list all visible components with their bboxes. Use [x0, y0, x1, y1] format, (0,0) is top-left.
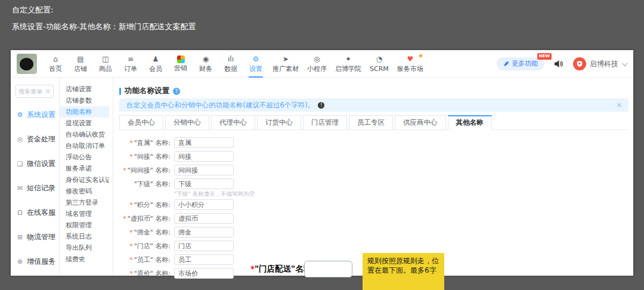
submenu-item-shop-settings[interactable]: 店铺设置	[60, 84, 109, 95]
sidebar-item-logistics[interactable]: ⊞ 物流管理	[11, 225, 59, 249]
field-label: *"门店" 名称:	[113, 242, 171, 251]
primary-sidebar-menu: ⚙ 系统设置 ◎ 资金处理 ❑ 微信设置 ✉ 短信记录 Ω 在线客服 ⊞ 物流管…	[11, 103, 59, 274]
close-icon[interactable]: ×	[616, 100, 623, 109]
submenu-item-feature-names[interactable]: 功能名称	[60, 106, 109, 118]
field-input[interactable]	[174, 268, 234, 279]
tab-other-names[interactable]: 其他名称	[448, 115, 492, 130]
nav-item-settings[interactable]: ⚙ 设置	[243, 50, 268, 78]
field-hint: "下级" 名称显示，不填写则为空	[174, 190, 633, 198]
submenu-item-floating-notice[interactable]: 浮动公告	[60, 152, 109, 163]
tab-member-center[interactable]: 会员中心	[119, 115, 163, 130]
announcement-speaker-icon[interactable]	[554, 60, 564, 68]
tab-staff-zone[interactable]: 员工专区	[349, 115, 393, 130]
sidebar-item-system-settings[interactable]: ⚙ 系统设置	[11, 103, 59, 127]
tab-agent-center[interactable]: 代理中心	[211, 115, 255, 130]
sidebar-item-sms-records[interactable]: ✉ 短信记录	[11, 176, 59, 200]
nav-item-store[interactable]: ▤ 店铺	[68, 50, 93, 78]
field-input[interactable]	[174, 137, 234, 148]
nav-item-label: SCRM	[370, 65, 389, 73]
more-features-button[interactable]: 更多功能 NEW	[497, 57, 544, 70]
new-badge: NEW	[537, 53, 552, 60]
submenu-item-system-log[interactable]: 系统日志	[60, 231, 109, 242]
sidebar-item-icon: ⊞	[16, 233, 24, 241]
nav-item-label: 订单	[124, 65, 137, 73]
tab-supplier-center[interactable]: 供应商中心	[395, 115, 446, 130]
submenu-item-service-promise[interactable]: 服务承诺	[60, 163, 109, 174]
nav-item-data[interactable]: ılı 数据	[218, 50, 243, 78]
submenu-item-third-party-login[interactable]: 第三方登录	[60, 197, 109, 208]
submenu-item-permission-management[interactable]: 权限管理	[60, 220, 109, 231]
submenu-item-auto-cancel-order[interactable]: 自动取消订单	[60, 140, 109, 152]
submenu-item-change-password[interactable]: 修改密码	[60, 186, 109, 197]
submenu-item-renewal-history[interactable]: 续费史	[60, 254, 109, 265]
nav-icon: ◔	[376, 55, 382, 64]
submenu-item-withdraw-settings[interactable]: 提现设置	[60, 118, 109, 129]
field-input[interactable]	[174, 199, 234, 210]
field-input[interactable]	[174, 178, 234, 189]
required-asterisk: *	[129, 201, 133, 209]
field-input[interactable]	[174, 151, 234, 162]
sidebar-item-icon: ⊕	[16, 258, 24, 266]
account-menu[interactable]: 启博科技	[573, 57, 626, 70]
menu-search-box[interactable]	[16, 85, 54, 98]
sidebar-item-label: 增值服务	[27, 257, 55, 267]
form-row-indirect: *"间接" 名称:	[113, 151, 633, 162]
field-input[interactable]	[174, 227, 234, 237]
field-label: *"积分" 名称:	[113, 200, 171, 209]
chevron-down-icon	[622, 60, 628, 66]
nav-item-orders[interactable]: ≡ 订单	[118, 50, 143, 78]
sidebar-item-icon: ✉	[16, 184, 24, 192]
submenu-item-auto-confirm-receipt[interactable]: 自动确认收货	[60, 129, 109, 140]
sidebar-item-label: 物流管理	[27, 232, 55, 242]
info-icon[interactable]: !	[318, 102, 324, 109]
nav-item-goods[interactable]: ◫ 商品	[93, 50, 118, 78]
submenu-item-export-queue[interactable]: 导出队列	[60, 242, 109, 254]
nav-item-label: 首页	[49, 65, 62, 73]
sidebar-item-value-added[interactable]: ⊕ 增值服务	[11, 249, 59, 274]
shop-delivery-name-input[interactable]	[304, 261, 352, 277]
nav-item-service-market[interactable]: ♥ 服务市场	[393, 50, 428, 78]
top-navbar: ⌂ 首页 ▤ 店铺 ◫ 商品 ≡ 订单 ♟ 会员 营销	[11, 50, 633, 78]
sidebar-item-online-service[interactable]: Ω 在线客服	[11, 200, 59, 225]
field-input[interactable]	[174, 165, 234, 175]
nav-icon: ➤	[283, 55, 289, 64]
nav-item-label: 小程序	[307, 65, 327, 73]
nav-item-scrm[interactable]: ◔ SCRM	[366, 50, 393, 78]
field-input[interactable]	[174, 240, 234, 251]
help-icon[interactable]: ?	[173, 88, 180, 95]
required-asterisk: *	[123, 215, 126, 223]
sidebar-item-wechat-settings[interactable]: ❑ 微信设置	[11, 152, 59, 176]
tab-shop-management[interactable]: 门店管理	[303, 115, 347, 130]
tab-distribution-center[interactable]: 分销中心	[165, 115, 209, 130]
submenu-item-domain-management[interactable]: 域名管理	[60, 208, 109, 220]
nav-item-label: 商品	[99, 65, 112, 73]
field-input[interactable]	[174, 213, 234, 224]
form-row: *"门店" 名称:	[113, 240, 633, 251]
field-input[interactable]	[174, 254, 234, 265]
nav-item-marketing[interactable]: 营销	[168, 50, 193, 78]
store-logo[interactable]	[17, 54, 37, 74]
nav-item-members[interactable]: ♟ 会员	[143, 50, 168, 78]
field-label: *"间接" 名称:	[113, 152, 171, 161]
sidebar-item-funds[interactable]: ◎ 资金处理	[11, 127, 59, 152]
avatar	[573, 57, 586, 70]
nav-icon: ≡	[128, 55, 134, 64]
nav-item-promo-material[interactable]: ➤ 推广素材	[268, 50, 303, 78]
info-banner-text: 自定义会员中心和分销中心的功能名称(建议不超过6个字符)。	[126, 101, 314, 110]
submenu-item-shop-params[interactable]: 店铺参数	[60, 95, 109, 106]
form-row-direct: *"直属" 名称:	[113, 137, 633, 148]
form-row: *"间间接" 名称:	[113, 165, 633, 175]
menu-search-input[interactable]	[18, 88, 45, 95]
page-title: 功能名称设置	[125, 86, 169, 96]
nav-item-mini-program[interactable]: ◎ 小程序	[303, 50, 331, 78]
nav-item-academy[interactable]: ✦ 启博学院	[331, 50, 366, 78]
form-row: *"虚拟币" 名称:	[113, 213, 633, 224]
nav-item-finance[interactable]: ◉ 财务	[193, 50, 218, 78]
form-row-indirect2: *"间间接" 名称:	[113, 165, 633, 175]
nav-item-home[interactable]: ⌂ 首页	[43, 50, 68, 78]
tab-ordering-center[interactable]: 订货中心	[257, 115, 301, 130]
nav-item-label: 数据	[224, 65, 237, 73]
nav-icon: ◎	[314, 55, 320, 64]
sidebar-item-label: 系统设置	[27, 110, 55, 120]
submenu-item-id-verification[interactable]: 身份证实名认证	[60, 174, 109, 186]
